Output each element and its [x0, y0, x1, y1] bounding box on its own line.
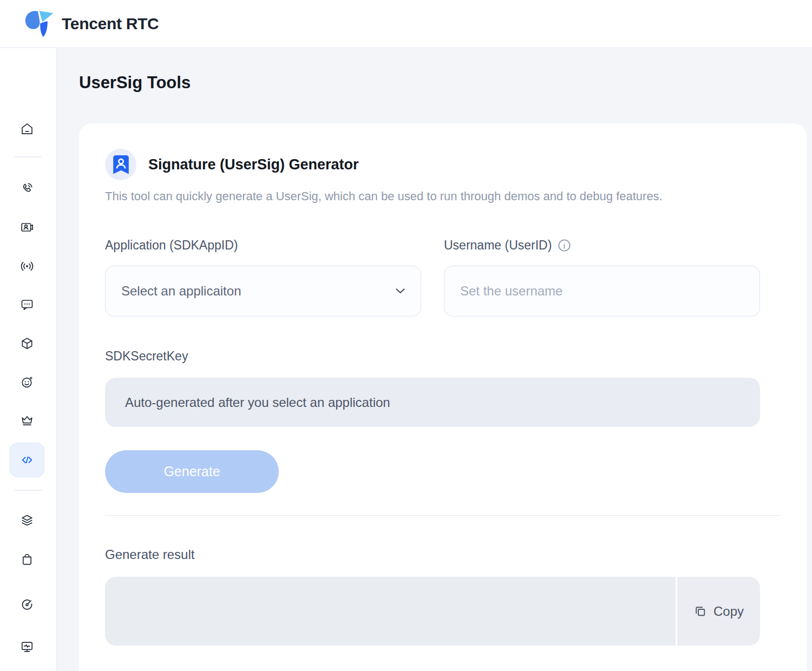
sidebar-item-monitor[interactable] — [10, 629, 44, 664]
sidebar-divider — [15, 156, 42, 157]
sidebar-item-live[interactable] — [10, 249, 44, 284]
copy-icon — [693, 604, 707, 618]
chevron-down-icon — [396, 288, 405, 294]
video-call-icon — [19, 220, 35, 235]
speedometer-icon — [19, 596, 35, 611]
secret-key-field: Auto-generated after you select an appli… — [105, 378, 760, 427]
chat-icon — [19, 297, 35, 312]
sidebar-item-effects[interactable] — [10, 365, 44, 399]
app-header: Tencent RTC — [0, 0, 812, 48]
crown-icon — [19, 413, 35, 429]
generate-result-label: Generate result — [105, 547, 781, 562]
sidebar-divider — [15, 490, 42, 491]
sidebar-item-home[interactable] — [10, 111, 44, 146]
username-label: Username (UserID) — [444, 238, 760, 253]
form-row: Application (SDKAppID) Select an applica… — [105, 238, 760, 317]
application-select-placeholder: Select an applicaiton — [121, 284, 396, 299]
sidebar-item-store[interactable] — [10, 542, 44, 577]
cube-icon — [19, 336, 35, 351]
usersig-badge-icon — [105, 149, 136, 180]
broadcast-icon — [19, 259, 35, 274]
application-label: Application (SDKAppID) — [105, 238, 421, 253]
phone-call-icon — [19, 181, 35, 196]
sidebar-item-developer-tools[interactable] — [10, 443, 44, 477]
smiley-sparkle-icon — [19, 374, 35, 390]
sidebar-item-video-call[interactable] — [10, 210, 44, 245]
generate-result-output — [105, 577, 676, 646]
section-divider — [105, 515, 781, 516]
sidebar-item-premium[interactable] — [10, 404, 44, 438]
brand-title: Tencent RTC — [62, 0, 159, 48]
home-icon — [19, 121, 35, 136]
card-header: Signature (UserSig) Generator — [105, 149, 781, 180]
application-select[interactable]: Select an applicaiton — [105, 266, 421, 317]
username-label-text: Username (UserID) — [444, 238, 552, 253]
sidebar-item-products[interactable] — [10, 326, 44, 361]
main-content: UserSig Tools Signature (UserSig) Genera… — [57, 48, 812, 671]
layers-icon — [19, 513, 35, 528]
copy-button[interactable]: Copy — [677, 577, 760, 646]
tencent-rtc-logo-icon — [24, 8, 55, 39]
secret-key-label: SDKSecretKey — [105, 349, 781, 364]
page-title: UserSig Tools — [79, 73, 191, 93]
usersig-generator-card: Signature (UserSig) Generator This tool … — [79, 123, 807, 671]
sidebar-item-chat[interactable] — [10, 287, 44, 322]
code-icon — [19, 452, 35, 468]
sidebar-item-dashboard[interactable] — [10, 587, 44, 621]
sidebar-item-call[interactable] — [10, 171, 44, 206]
info-icon[interactable] — [558, 239, 571, 252]
card-title: Signature (UserSig) Generator — [148, 156, 359, 173]
monitor-pulse-icon — [19, 639, 35, 654]
sidebar — [0, 48, 57, 671]
shopping-bag-icon — [19, 552, 35, 567]
username-input[interactable] — [444, 266, 760, 317]
generate-button[interactable]: Generate — [105, 450, 279, 493]
username-field-group: Username (UserID) — [444, 238, 760, 317]
sidebar-item-resources[interactable] — [10, 503, 44, 538]
generate-result-row: Copy — [105, 577, 760, 646]
application-field-group: Application (SDKAppID) Select an applica… — [105, 238, 421, 317]
card-description: This tool can quickly generate a UserSig… — [105, 189, 781, 203]
secret-key-value: Auto-generated after you select an appli… — [125, 395, 390, 410]
copy-button-label: Copy — [713, 604, 744, 619]
